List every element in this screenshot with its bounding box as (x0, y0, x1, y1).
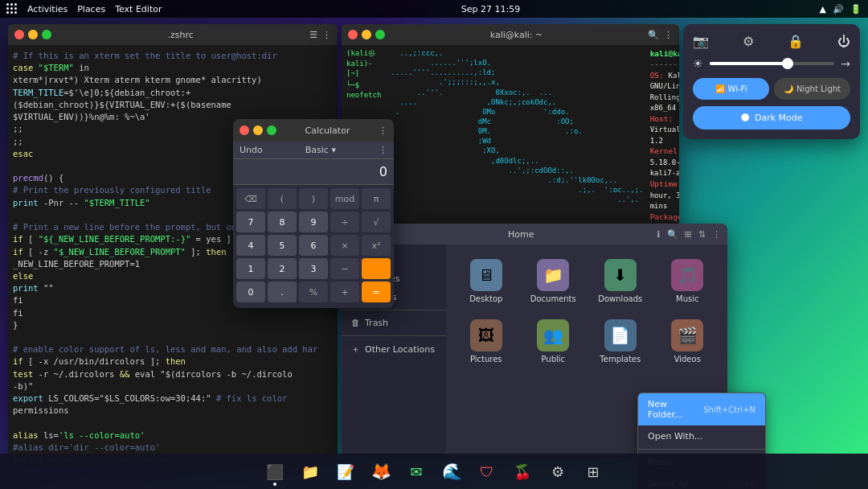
calc-1-button[interactable]: 1 (236, 258, 265, 279)
calc-undo-button[interactable]: Undo (240, 145, 263, 155)
qs-power-icon[interactable]: ⏻ (837, 34, 850, 49)
calc-equals-button[interactable] (362, 258, 391, 279)
file-manager-titlebar[interactable]: Home ℹ 🔍 ⊞ ⇅ ⋮ (342, 224, 727, 244)
sidebar-divider-2 (342, 335, 446, 336)
topbar-text-editor[interactable]: Text Editor (115, 4, 162, 14)
calc-equals-button-2[interactable]: = (362, 281, 391, 302)
taskbar-item-firefox[interactable]: 🦊 (365, 455, 397, 487)
fm-music-icon[interactable]: 🎵 Music (657, 254, 719, 308)
sidebar-item-trash[interactable]: 🗑 Trash (342, 314, 446, 332)
taskbar-item-cherry[interactable]: 🍒 (506, 455, 538, 487)
fm-sort-icon[interactable]: ⇅ (698, 229, 706, 240)
topbar-left: Activities Places Text Editor (6, 3, 162, 14)
qs-arrow-icon[interactable]: → (841, 57, 850, 70)
menu-icon[interactable]: ☰ (309, 30, 317, 40)
taskbar-item-browser[interactable]: 🌊 (436, 455, 468, 487)
topbar-battery-icon[interactable]: 🔋 (850, 4, 862, 14)
window-controls[interactable] (14, 30, 51, 39)
calc-8-button[interactable]: 8 (268, 212, 297, 232)
more-icon[interactable]: ⋮ (664, 30, 673, 40)
calc-open-paren-button[interactable]: ( (268, 188, 297, 209)
calc-mod-button[interactable]: mod (330, 188, 359, 209)
close-button[interactable] (348, 30, 358, 39)
qs-wifi-toggle[interactable]: 📶 Wi-Fi (693, 78, 769, 100)
qs-gear-icon[interactable]: ⚙ (743, 34, 754, 49)
qs-brightness-slider[interactable] (710, 62, 835, 65)
neofetch-window-controls[interactable] (348, 30, 385, 39)
fm-pictures-icon[interactable]: 🖼 Pictures (456, 314, 517, 368)
terminal-line: TERM_TITLE=$'\e]0;${debian_chroot:+($deb… (13, 87, 333, 111)
maximize-button[interactable] (267, 125, 276, 135)
taskbar-item-email[interactable]: ✉ (400, 455, 432, 487)
minimize-button[interactable] (28, 30, 38, 39)
terminal-zshrc-titlebar[interactable]: .zshrc ☰ ⋮ (8, 24, 338, 45)
close-button[interactable] (240, 125, 249, 135)
qs-camera-icon[interactable]: 📷 (693, 34, 709, 49)
taskbar-item-app-grid[interactable]: ⊞ (577, 455, 609, 487)
calc-more-icon[interactable]: ⋮ (379, 125, 387, 136)
qs-nightlight-toggle[interactable]: 🌙 Night Light (774, 78, 850, 100)
fm-public-icon[interactable]: 👥 Public (523, 314, 584, 368)
terminal-line: if [ -x /usr/bin/dircolors ]; then (13, 355, 333, 368)
fm-templates-icon[interactable]: 📄 Templates (590, 314, 651, 368)
minimize-button[interactable] (253, 125, 263, 135)
calc-9-button[interactable]: 9 (299, 212, 328, 232)
taskbar-item-shield[interactable]: 🛡 (471, 455, 503, 487)
minimize-button[interactable] (362, 30, 371, 39)
qs-lock-icon[interactable]: 🔒 (788, 34, 804, 49)
maximize-button[interactable] (42, 30, 51, 39)
taskbar-item-terminal[interactable]: ⬛ (259, 455, 291, 487)
app-grid-icon[interactable] (6, 3, 18, 14)
calc-5-button[interactable]: 5 (268, 235, 297, 256)
context-menu-new-folder[interactable]: New Folder... Shift+Ctrl+N (638, 393, 765, 425)
topbar: Activities Places Text Editor Sep 27 11:… (0, 0, 868, 18)
calc-3-button[interactable]: 3 (299, 258, 328, 279)
topbar-places[interactable]: Places (77, 4, 105, 14)
calc-decimal-button[interactable]: . (268, 281, 297, 302)
fm-view-icon[interactable]: ⊞ (685, 229, 692, 240)
calc-subtract-button[interactable]: − (330, 258, 359, 279)
fm-desktop-icon[interactable]: 🖥 Desktop (456, 254, 517, 308)
more-icon[interactable]: ⋮ (322, 30, 331, 40)
context-menu-open-with[interactable]: Open With... (638, 425, 765, 447)
fm-search-icon[interactable]: 🔍 (667, 229, 678, 240)
fm-downloads-icon[interactable]: ⬇ Downloads (590, 254, 651, 308)
night-icon: 🌙 (784, 84, 793, 93)
terminal-neofetch-titlebar[interactable]: kali@kali: ~ 🔍 ⋮ (342, 24, 679, 45)
calc-options-icon[interactable]: ⋮ (379, 145, 387, 155)
calc-mode-chevron: ▾ (331, 145, 336, 155)
calc-divide-button[interactable]: ÷ (330, 212, 359, 232)
taskbar-item-files[interactable]: 📁 (294, 455, 326, 487)
close-button[interactable] (14, 30, 24, 39)
fm-info-icon[interactable]: ℹ (657, 229, 660, 240)
calc-0-button[interactable]: 0 (236, 281, 265, 302)
calc-add-button[interactable]: + (330, 281, 359, 302)
calc-multiply-button[interactable]: × (330, 235, 359, 256)
terminal-line: # enable color support of ls, less and m… (13, 343, 333, 355)
taskbar-item-text-editor[interactable]: 📝 (330, 455, 362, 487)
calc-backspace-button[interactable]: ⌫ (236, 188, 265, 209)
calc-mode-selector[interactable]: Basic ▾ (305, 145, 336, 155)
maximize-button[interactable] (375, 30, 385, 39)
calc-percent-button[interactable]: % (299, 281, 328, 302)
search-icon[interactable]: 🔍 (648, 30, 659, 40)
topbar-wifi-icon[interactable]: ▲ (820, 4, 826, 14)
fm-documents-icon[interactable]: 📁 Documents (523, 254, 584, 308)
calc-power-button[interactable]: x² (362, 235, 391, 256)
topbar-activities[interactable]: Activities (27, 4, 68, 14)
calc-pi-button[interactable]: π (362, 188, 391, 209)
calc-2-button[interactable]: 2 (268, 258, 297, 279)
calc-6-button[interactable]: 6 (299, 235, 328, 256)
calc-window-controls[interactable] (240, 125, 276, 135)
calc-4-button[interactable]: 4 (236, 235, 265, 256)
fm-videos-icon[interactable]: 🎬 Videos (657, 314, 719, 368)
qs-darkmode-button[interactable]: 🌑 Dark Mode (693, 106, 850, 129)
calculator-titlebar[interactable]: Calculator ⋮ (233, 119, 394, 142)
calc-sqrt-button[interactable]: √ (362, 212, 391, 232)
taskbar-item-settings[interactable]: ⚙ (542, 455, 574, 487)
sidebar-item-other-locations[interactable]: ＋ Other Locations (342, 339, 446, 360)
calc-close-paren-button[interactable]: ) (299, 188, 328, 209)
fm-more-icon[interactable]: ⋮ (712, 229, 721, 240)
topbar-sound-icon[interactable]: 🔊 (833, 4, 844, 14)
calc-7-button[interactable]: 7 (236, 212, 265, 232)
